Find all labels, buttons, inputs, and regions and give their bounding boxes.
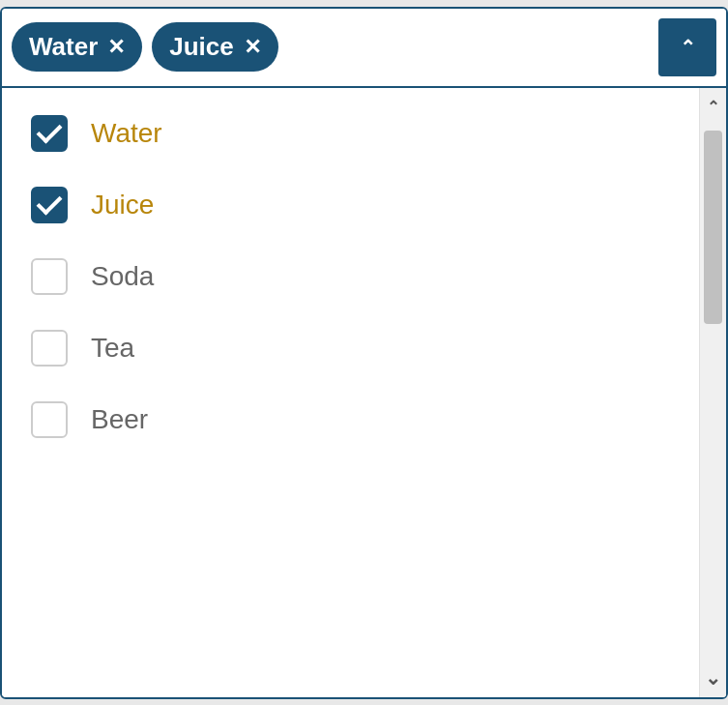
tags-area: Water ✕ Juice ✕ [12, 22, 649, 72]
item-label-soda: Soda [91, 261, 154, 292]
item-label-beer: Beer [91, 404, 148, 435]
juice-tag-label: Juice [169, 32, 234, 62]
checkbox-beer[interactable] [31, 401, 68, 438]
list-item-tea[interactable]: Tea [2, 312, 699, 384]
water-tag[interactable]: Water ✕ [12, 22, 142, 72]
header-row: Water ✕ Juice ✕ [2, 9, 726, 88]
item-label-water: Water [91, 118, 162, 149]
scroll-thumb[interactable] [704, 131, 722, 324]
list-item-beer[interactable]: Beer [2, 384, 699, 455]
scroll-up-button[interactable] [700, 88, 726, 127]
juice-tag-remove[interactable]: ✕ [244, 37, 261, 58]
checkbox-tea[interactable] [31, 330, 68, 367]
scroll-up-icon [707, 98, 719, 116]
water-tag-remove[interactable]: ✕ [107, 37, 125, 58]
checkbox-soda[interactable] [31, 258, 68, 295]
list-item-soda[interactable]: Soda [2, 241, 699, 312]
multiselect-widget: Water ✕ Juice ✕ Water [0, 7, 728, 699]
checkbox-juice[interactable] [31, 187, 68, 223]
juice-tag[interactable]: Juice ✕ [152, 22, 278, 72]
item-label-juice: Juice [91, 190, 154, 220]
list-wrapper: Water Juice Soda Tea [2, 88, 726, 697]
items-area: Water Juice Soda Tea [2, 88, 699, 697]
dropdown-toggle-button[interactable] [658, 18, 716, 76]
dropdown-list: Water Juice Soda Tea [2, 88, 726, 697]
item-label-tea: Tea [91, 333, 134, 364]
checkbox-water[interactable] [31, 115, 68, 152]
chevron-up-icon [680, 35, 696, 60]
list-item-juice[interactable]: Juice [2, 169, 699, 241]
scroll-track [700, 127, 726, 659]
list-item-water[interactable]: Water [2, 98, 699, 169]
scroll-down-button[interactable] [700, 659, 726, 697]
scroll-down-icon [705, 668, 721, 688]
water-tag-label: Water [29, 32, 98, 62]
scrollbar [699, 88, 726, 697]
